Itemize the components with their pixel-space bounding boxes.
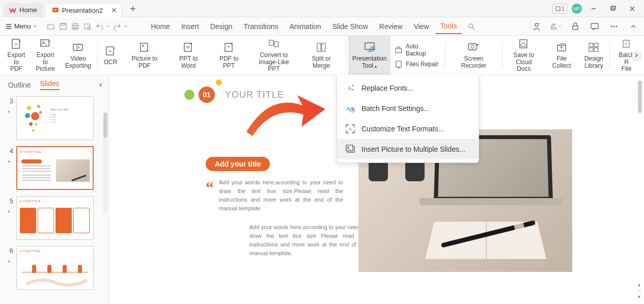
text-format-icon: A bbox=[345, 124, 355, 134]
menu-tab-tools[interactable]: Tools bbox=[435, 19, 462, 34]
save-cloud-button[interactable]: Save to Cloud Docs bbox=[505, 36, 543, 75]
new-tab-button[interactable] bbox=[126, 2, 140, 16]
redo-icon[interactable] bbox=[111, 21, 123, 32]
svg-rect-20 bbox=[41, 40, 49, 46]
share-icon[interactable] bbox=[550, 21, 562, 32]
doc-count-indicator[interactable]: 1 bbox=[552, 4, 568, 14]
ocr-button[interactable]: W OCR bbox=[100, 36, 122, 75]
next-slide-button[interactable]: ▾ bbox=[636, 294, 642, 299]
slide-thumbnail-row[interactable]: 3 ✦ Add your title bbox=[4, 96, 108, 140]
file-collect-button[interactable]: File Collect bbox=[543, 36, 580, 75]
customize-text-formats-item[interactable]: A Customize Text Formats... bbox=[337, 119, 479, 139]
collapse-ribbon-icon[interactable] bbox=[628, 21, 639, 32]
ribbon-overflow-button[interactable] bbox=[632, 51, 641, 60]
menubar-right bbox=[531, 21, 639, 32]
more-icon[interactable] bbox=[608, 21, 620, 32]
lock-icon[interactable] bbox=[570, 21, 581, 32]
pdf-to-ppt-button[interactable]: P PDF to PPT bbox=[209, 36, 249, 75]
quote-icon: “ bbox=[206, 178, 214, 213]
tab-home[interactable]: Home bbox=[3, 3, 43, 17]
open-icon[interactable] bbox=[45, 21, 57, 32]
minimize-button[interactable] bbox=[586, 1, 601, 16]
tab-presentation-label: Presentation2 bbox=[62, 7, 103, 14]
slides-list[interactable]: 3 ✦ Add your title bbox=[0, 94, 108, 304]
scrollbar-thumb[interactable] bbox=[638, 80, 642, 113]
body-text: Add your words here,according to your ne… bbox=[219, 178, 343, 213]
design-library-button[interactable]: Design Library bbox=[580, 36, 607, 75]
slides-tab[interactable]: Slides bbox=[40, 79, 59, 90]
ocr-icon: W bbox=[104, 45, 117, 57]
ppt-to-word-button[interactable]: W PPT to Word bbox=[167, 36, 209, 75]
save-icon[interactable] bbox=[58, 21, 69, 32]
replace-fonts-icon: A bbox=[345, 83, 355, 93]
prev-slide-button[interactable]: ▴ bbox=[636, 282, 642, 287]
canvas-scrollbar[interactable] bbox=[638, 80, 642, 182]
insert-picture-multiple-item[interactable]: Insert Picture to Multiple Slides... bbox=[337, 139, 479, 159]
presentation-tool-dropdown: A Replace Fonts... A Batch Font Settings… bbox=[337, 75, 479, 163]
slide-thumbnail-row[interactable]: 6 ✦ ● YOUR TITLE bbox=[4, 246, 108, 290]
collapse-panel-icon[interactable] bbox=[98, 82, 103, 88]
video-exporting-button[interactable]: Video Exporting bbox=[61, 36, 95, 75]
ribbon-label: Export to Picture bbox=[34, 52, 57, 73]
add-title-pill[interactable]: Add your title bbox=[206, 157, 270, 171]
menu-tab-home[interactable]: Home bbox=[146, 19, 175, 34]
export-to-picture-button[interactable]: Export to Picture bbox=[30, 36, 61, 75]
svg-point-15 bbox=[611, 25, 612, 27]
tab-home-label: Home bbox=[19, 6, 37, 14]
svg-rect-3 bbox=[612, 6, 615, 9]
slides-scrollbar[interactable] bbox=[103, 113, 107, 214]
tab-presentation[interactable]: Presentation2 ✕ bbox=[45, 3, 122, 17]
svg-text:P: P bbox=[227, 45, 230, 49]
nav-separator: ─ bbox=[636, 288, 642, 293]
slide-thumbnail[interactable]: ● YOUR TITLE bbox=[16, 246, 94, 290]
split-merge-button[interactable]: Split or Merge bbox=[299, 36, 344, 75]
slide-thumbnail[interactable]: ● YOUR TITLE bbox=[16, 196, 94, 240]
picture-to-pdf-button[interactable]: P Picture to PDF bbox=[121, 36, 167, 75]
export-to-pdf-button[interactable]: P Export to PDF bbox=[3, 36, 30, 75]
menu-tab-slideshow[interactable]: Slide Show bbox=[327, 19, 373, 34]
slide-thumbnail-row[interactable]: 4 ✦ ● YOUR TITLE bbox=[4, 146, 108, 190]
slide-number: 4 bbox=[4, 146, 13, 155]
chevron-down-icon[interactable] bbox=[106, 24, 110, 29]
menu-tab-review[interactable]: Review bbox=[374, 19, 408, 34]
slide-thumbnail-row[interactable]: 5 ✦ ● YOUR TITLE bbox=[4, 196, 108, 240]
print-icon[interactable] bbox=[70, 21, 81, 32]
menu-tab-animation[interactable]: Animation bbox=[284, 19, 326, 34]
chevron-down-icon[interactable] bbox=[124, 24, 128, 29]
avatar[interactable]: MP bbox=[572, 4, 582, 14]
maximize-button[interactable] bbox=[605, 1, 621, 16]
separator bbox=[445, 42, 445, 69]
menu-tab-design[interactable]: Design bbox=[205, 19, 238, 34]
replace-fonts-item[interactable]: A Replace Fonts... bbox=[337, 78, 479, 98]
menu-tab-view[interactable]: View bbox=[409, 19, 434, 34]
hamburger-icon bbox=[5, 23, 12, 30]
convert-image-like-button[interactable]: Convert to Image-Like PPT bbox=[249, 36, 299, 75]
body-text-block[interactable]: “ Add your words here,according to your … bbox=[180, 178, 343, 213]
close-button[interactable] bbox=[625, 1, 640, 16]
close-icon[interactable]: ✕ bbox=[111, 6, 117, 14]
repair-icon bbox=[395, 60, 403, 68]
slide-thumbnail[interactable]: Add your title ● ━━━ ● ━━━ ● ━━━ ● ━━━ bbox=[16, 96, 94, 140]
screen-recorder-button[interactable]: Screen Recorder bbox=[447, 36, 500, 75]
svg-text:A: A bbox=[346, 105, 350, 112]
contact-icon[interactable] bbox=[531, 21, 542, 32]
slide-thumbnail[interactable]: ● YOUR TITLE bbox=[16, 146, 94, 190]
presentation-tool-button[interactable]: PresentationTool ▴ bbox=[348, 36, 390, 75]
ribbon-label: Screen Recorder bbox=[452, 56, 496, 70]
menu-tab-insert[interactable]: Insert bbox=[176, 19, 204, 34]
menu-button[interactable]: Menu bbox=[0, 17, 42, 35]
scrollbar-thumb[interactable] bbox=[103, 113, 107, 138]
auto-backup-button[interactable]: Auto Backup bbox=[395, 43, 439, 57]
search-icon[interactable] bbox=[466, 21, 477, 32]
outline-tab[interactable]: Outline bbox=[8, 81, 31, 89]
backup-icon bbox=[395, 46, 402, 54]
batch-font-settings-item[interactable]: A Batch Font Settings... bbox=[337, 98, 479, 119]
undo-icon[interactable] bbox=[94, 21, 105, 32]
menu-tab-transitions[interactable]: Transitions bbox=[239, 19, 284, 34]
titlebar: Home Presentation2 ✕ 1 MP bbox=[0, 0, 644, 17]
body-text-block[interactable]: Add your words here,according to your ne… bbox=[224, 223, 367, 258]
svg-text:P: P bbox=[15, 43, 18, 46]
chat-icon[interactable] bbox=[589, 21, 600, 32]
files-repair-button[interactable]: Files Repair bbox=[395, 60, 439, 68]
print-preview-icon[interactable] bbox=[82, 21, 93, 32]
